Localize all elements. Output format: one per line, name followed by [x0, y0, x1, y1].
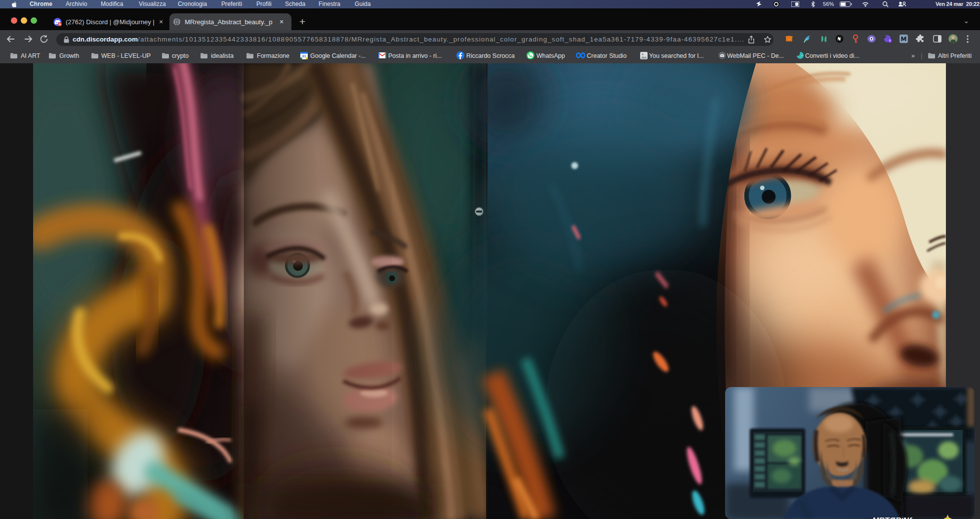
- svg-text:2k: 2k: [58, 23, 61, 26]
- svg-text:5: 5: [889, 39, 891, 42]
- svg-text:MRTØRʹNʃ: MRTØRʹNʃ: [872, 517, 912, 519]
- svg-text:31: 31: [302, 54, 306, 58]
